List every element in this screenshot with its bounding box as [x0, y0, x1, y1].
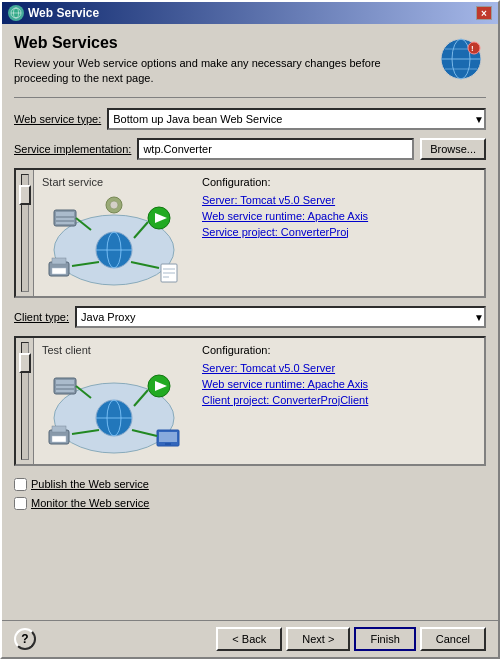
window-title: Web Service — [28, 6, 99, 20]
bottom-bar: ? < Back Next > Finish Cancel — [2, 620, 498, 657]
svg-point-8 — [468, 42, 480, 54]
slider-thumb[interactable] — [19, 185, 31, 205]
client-panel: Test client — [14, 336, 486, 466]
service-runtime-link[interactable]: Web service runtime: Apache Axis — [202, 210, 476, 222]
svg-rect-15 — [56, 212, 74, 216]
help-button[interactable]: ? — [14, 628, 36, 650]
header-text: Web Services Review your Web service opt… — [14, 34, 394, 87]
svg-rect-41 — [52, 436, 66, 442]
service-panel-config: Configuration: Server: Tomcat v5.0 Serve… — [194, 170, 484, 296]
service-diagram-svg — [39, 185, 189, 295]
service-impl-input[interactable] — [137, 138, 414, 160]
client-slider-track — [21, 342, 29, 460]
svg-rect-16 — [56, 218, 74, 220]
client-diagram-svg — [39, 353, 189, 463]
main-window: Web Service × Web Services Review your W… — [0, 0, 500, 659]
close-button[interactable]: × — [476, 6, 492, 20]
client-runtime-link[interactable]: Web service runtime: Apache Axis — [202, 378, 476, 390]
publish-checkbox-row: Publish the Web service — [14, 478, 486, 491]
svg-rect-21 — [52, 258, 66, 264]
service-panel: Start service — [14, 168, 486, 298]
web-service-type-select-wrapper: Bottom up Java bean Web ServiceTop down … — [107, 108, 486, 130]
client-type-row: Client type: Java ProxyNone ▼ — [14, 306, 486, 328]
web-service-type-row: Web service type: Bottom up Java bean We… — [14, 108, 486, 130]
client-panel-slider[interactable] — [16, 338, 34, 464]
client-panel-diagram: Test client — [34, 338, 194, 464]
title-bar: Web Service × — [2, 2, 498, 24]
svg-point-28 — [110, 201, 118, 209]
client-slider-thumb[interactable] — [19, 353, 31, 373]
client-type-label: Client type: — [14, 311, 69, 323]
service-config-label: Configuration: — [202, 176, 476, 188]
svg-rect-43 — [159, 432, 177, 442]
page-description: Review your Web service options and make… — [14, 56, 394, 87]
client-panel-title: Test client — [42, 344, 91, 356]
header-section: Web Services Review your Web service opt… — [14, 34, 486, 87]
checkboxes-section: Publish the Web service Monitor the Web … — [14, 474, 486, 514]
title-bar-left: Web Service — [8, 5, 99, 21]
service-impl-label: Service implementation: — [14, 143, 131, 155]
publish-label: Publish the Web service — [31, 478, 149, 490]
svg-text:!: ! — [471, 44, 474, 53]
service-panel-slider[interactable] — [16, 170, 34, 296]
cancel-button[interactable]: Cancel — [420, 627, 486, 651]
client-config-label: Configuration: — [202, 344, 476, 356]
dialog-content: Web Services Review your Web service opt… — [2, 24, 498, 620]
next-button[interactable]: Next > — [286, 627, 350, 651]
svg-rect-44 — [165, 443, 171, 445]
service-server-link[interactable]: Server: Tomcat v5.0 Server — [202, 194, 476, 206]
svg-rect-34 — [56, 380, 74, 384]
client-type-select[interactable]: Java ProxyNone — [75, 306, 486, 328]
divider-1 — [14, 97, 486, 98]
finish-button[interactable]: Finish — [354, 627, 415, 651]
window-icon — [8, 5, 24, 21]
svg-rect-17 — [56, 222, 74, 224]
monitor-label: Monitor the Web service — [31, 497, 149, 509]
service-project-link[interactable]: Service project: ConverterProj — [202, 226, 476, 238]
svg-rect-22 — [52, 268, 66, 274]
client-project-link[interactable]: Client project: ConverterProjClient — [202, 394, 476, 406]
client-type-select-wrapper: Java ProxyNone ▼ — [75, 306, 486, 328]
page-title: Web Services — [14, 34, 394, 52]
svg-rect-40 — [52, 426, 66, 432]
svg-rect-36 — [56, 390, 74, 392]
web-service-type-label: Web service type: — [14, 113, 101, 125]
globe-icon: ! — [436, 34, 486, 84]
service-impl-row: Service implementation: Browse... — [14, 138, 486, 160]
monitor-checkbox-row: Monitor the Web service — [14, 497, 486, 510]
nav-buttons: < Back Next > Finish Cancel — [216, 627, 486, 651]
slider-track — [21, 174, 29, 292]
client-panel-config: Configuration: Server: Tomcat v5.0 Serve… — [194, 338, 484, 464]
back-button[interactable]: < Back — [216, 627, 282, 651]
browse-button[interactable]: Browse... — [420, 138, 486, 160]
web-service-type-select[interactable]: Bottom up Java bean Web ServiceTop down … — [107, 108, 486, 130]
svg-rect-35 — [56, 386, 74, 388]
service-panel-title: Start service — [42, 176, 103, 188]
service-panel-diagram: Start service — [34, 170, 194, 296]
publish-checkbox[interactable] — [14, 478, 27, 491]
client-server-link[interactable]: Server: Tomcat v5.0 Server — [202, 362, 476, 374]
monitor-checkbox[interactable] — [14, 497, 27, 510]
